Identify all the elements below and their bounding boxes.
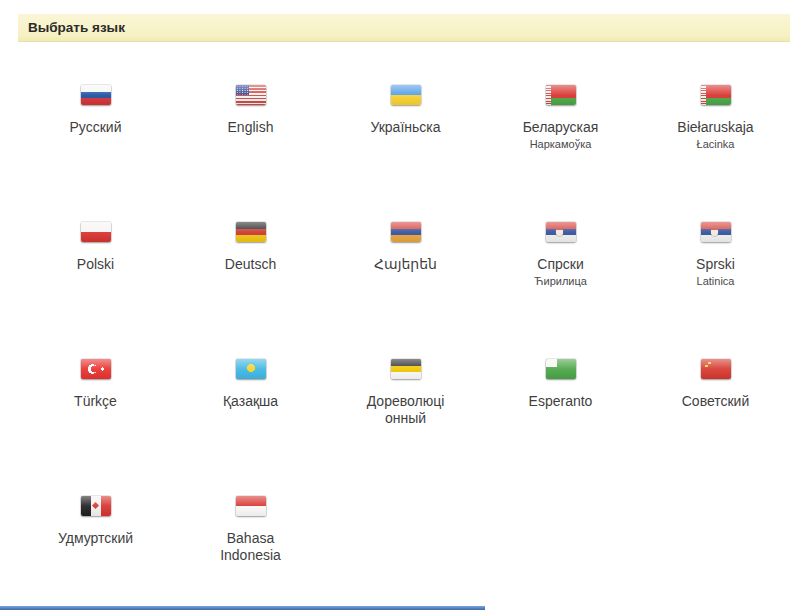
bottom-blue-bar <box>0 606 485 610</box>
language-option-prerevolutionary[interactable]: Дореволюці онный <box>328 359 483 496</box>
language-option-kazakh[interactable]: Қазақша <box>173 359 328 496</box>
language-label: Дореволюці онный <box>367 393 445 427</box>
language-label: Русский <box>70 119 122 136</box>
language-sublabel: Ћирилица <box>534 274 587 288</box>
language-label: Esperanto <box>529 393 593 410</box>
soviet-flag-icon <box>701 359 731 379</box>
language-option-indonesian[interactable]: Bahasa Indonesia <box>173 496 328 610</box>
language-option-esperanto[interactable]: Esperanto <box>483 359 638 496</box>
ukraine-flag-icon <box>391 85 421 105</box>
belarus-flag-icon <box>701 85 731 105</box>
language-option-russian[interactable]: Русский <box>18 85 173 222</box>
serbia-flag-icon <box>546 222 576 242</box>
indonesia-flag-icon <box>236 496 266 516</box>
language-option-polish[interactable]: Polski <box>18 222 173 359</box>
language-select-header: Выбрать язык <box>18 14 790 42</box>
belarus-flag-icon <box>546 85 576 105</box>
armenia-flag-icon <box>391 222 421 242</box>
language-option-english[interactable]: English <box>173 85 328 222</box>
language-option-armenian[interactable]: Հայերեն <box>328 222 483 359</box>
germany-flag-icon <box>236 222 266 242</box>
language-sublabel: Наркамоўка <box>530 137 592 151</box>
esperanto-flag-icon <box>546 359 576 379</box>
poland-flag-icon <box>81 222 111 242</box>
language-option-soviet[interactable]: Советский <box>638 359 793 496</box>
kazakhstan-flag-icon <box>236 359 266 379</box>
serbia-flag-icon <box>701 222 731 242</box>
language-option-udmurt[interactable]: Удмуртский <box>18 496 173 610</box>
language-label: Беларуская <box>523 119 599 136</box>
usa-flag-icon <box>236 85 266 105</box>
turkey-flag-icon <box>81 359 111 379</box>
language-label: Советский <box>682 393 750 410</box>
language-label: Biełaruskaja <box>677 119 753 136</box>
language-label: Sprski <box>696 256 735 273</box>
language-label: English <box>228 119 274 136</box>
language-grid: Русский English Україньска Беларуская На… <box>18 85 793 610</box>
language-label: Հայերեն <box>374 256 437 273</box>
language-label: Türkçe <box>74 393 117 410</box>
udmurtia-flag-icon <box>81 496 111 516</box>
russian-empire-flag-icon <box>391 359 421 379</box>
language-label: Україньска <box>370 119 440 136</box>
language-label: Polski <box>77 256 114 273</box>
language-sublabel: Latinica <box>697 274 735 288</box>
language-label: Спрски <box>537 256 583 273</box>
language-option-ukrainian[interactable]: Україньска <box>328 85 483 222</box>
russia-flag-icon <box>81 85 111 105</box>
language-option-german[interactable]: Deutsch <box>173 222 328 359</box>
language-option-belarusian-lacinka[interactable]: Biełaruskaja Łacinka <box>638 85 793 222</box>
language-sublabel: Łacinka <box>697 137 735 151</box>
page-title: Выбрать язык <box>28 20 125 35</box>
language-label: Қазақша <box>223 393 278 410</box>
language-option-turkish[interactable]: Türkçe <box>18 359 173 496</box>
language-label: Удмуртский <box>58 530 133 547</box>
language-option-serbian-latin[interactable]: Sprski Latinica <box>638 222 793 359</box>
language-label: Deutsch <box>225 256 276 273</box>
language-option-belarusian-narkamouka[interactable]: Беларуская Наркамоўка <box>483 85 638 222</box>
language-label: Bahasa Indonesia <box>220 530 281 564</box>
language-option-serbian-cyrillic[interactable]: Спрски Ћирилица <box>483 222 638 359</box>
